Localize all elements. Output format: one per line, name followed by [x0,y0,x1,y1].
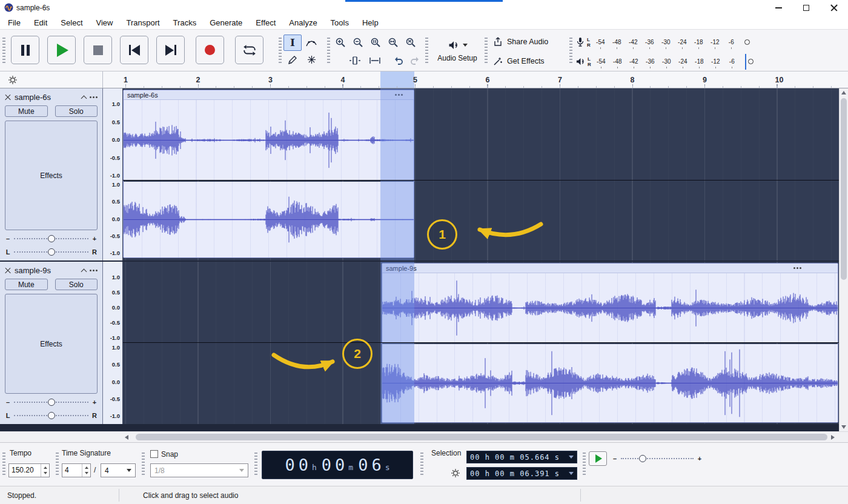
selection-end-input[interactable]: 00 h 00 m 06.391 s [466,467,577,480]
multi-tool-button[interactable] [302,51,320,68]
gain-slider-thumb[interactable] [48,399,55,406]
tempo-value[interactable]: 150.20 [9,464,41,477]
toolbar-grip[interactable] [583,453,586,477]
gain-slider-thumb[interactable] [48,235,55,242]
track-waveform-area[interactable]: sample-9s [123,262,839,424]
clip-menu-icon[interactable] [793,267,795,269]
record-button[interactable] [196,36,224,64]
menu-item[interactable]: File [1,16,27,29]
scroll-right-icon[interactable] [831,435,835,440]
undo-button[interactable] [391,53,406,68]
gain-slider[interactable] [14,238,88,239]
draw-tool-button[interactable] [283,51,302,68]
mute-button[interactable]: Mute [5,279,48,290]
recording-meter[interactable]: L R -54-48-42-36-30-24-18-12-6 [575,34,750,50]
beats-value[interactable]: 4 [62,464,82,477]
vertical-ruler[interactable]: 1.00.50.0-0.5-1.0 1.00.50.0-0.5-1.0 [103,88,123,260]
collapse-track-icon[interactable] [81,268,87,274]
menu-item[interactable]: Generate [203,16,249,29]
pause-button[interactable] [11,36,39,64]
silence-audio-button[interactable] [365,53,385,68]
toolbar-grip[interactable] [56,453,59,477]
skip-to-end-button[interactable] [156,36,185,64]
pan-slider[interactable] [14,251,88,253]
effects-button[interactable]: Effects [5,121,98,230]
close-track-icon[interactable] [5,94,11,100]
zoom-fit-project-button[interactable] [385,35,402,50]
audio-clip-sample-6s[interactable]: sample-6s [123,90,414,258]
toolbar-grip[interactable] [142,453,145,477]
menu-item[interactable]: Edit [27,16,54,29]
timeline-ruler[interactable]: 12345678910 [103,71,848,88]
beat-value-select[interactable]: 4 [101,463,136,477]
zoom-toggle-button[interactable] [402,35,419,50]
envelope-tool-button[interactable] [302,35,320,51]
track-waveform-area[interactable]: sample-6s [123,88,839,260]
play-at-speed-button[interactable] [589,451,607,466]
minimize-button[interactable] [764,0,792,16]
toolbar-grip[interactable] [2,38,5,64]
zoom-out-button[interactable] [349,35,366,50]
menu-item[interactable]: Tools [324,16,356,29]
tempo-input[interactable]: 150.20 [8,463,50,477]
play-speed-slider[interactable] [621,458,694,459]
vertical-scrollbar[interactable] [839,88,848,431]
toolbar-grip[interactable] [485,38,488,64]
toolbar-grip[interactable] [420,453,423,477]
selection-end-value[interactable]: 00 h 00 m 06.391 s [470,469,560,478]
redo-button[interactable] [407,53,423,68]
track-menu-icon[interactable] [90,96,91,98]
timeline-gear-icon[interactable] [8,75,18,85]
skip-to-start-button[interactable] [120,36,148,64]
solo-button[interactable]: Solo [55,279,98,290]
playback-meter[interactable]: L R -54-48-42-36-30-24-18-12-6 [575,53,754,70]
waveform-channel-left[interactable] [382,273,838,343]
scroll-down-icon[interactable] [841,425,846,429]
waveform-channel-right[interactable] [382,344,838,422]
pan-slider[interactable] [14,415,88,416]
collapse-track-icon[interactable] [81,95,87,101]
menu-item[interactable]: Tracks [167,16,204,29]
solo-button[interactable]: Solo [55,105,98,117]
selection-start-input[interactable]: 00 h 00 m 05.664 s [466,451,577,463]
track-menu-icon[interactable] [90,270,91,271]
tempo-spinner[interactable] [41,464,49,477]
toolbar-grip[interactable] [327,38,330,64]
audio-setup-button[interactable]: Audio Setup [431,33,483,68]
audio-position-display[interactable]: 00 h 00 m 06 s [262,451,413,479]
horizontal-scrollbar[interactable] [0,431,848,442]
waveform-channel-right[interactable] [124,182,414,257]
play-button[interactable] [47,36,76,64]
clip-header[interactable]: sample-9s [382,264,838,273]
beats-spinner[interactable] [82,464,90,477]
snap-select[interactable]: 1/8 [150,463,248,477]
zoom-in-button[interactable] [332,35,349,50]
effects-button[interactable]: Effects [5,294,98,394]
menu-item[interactable]: Select [54,16,89,29]
zoom-selection-button[interactable] [367,35,384,50]
close-button[interactable] [820,0,848,16]
selection-start-value[interactable]: 00 h 00 m 05.664 s [470,453,560,462]
scroll-up-icon[interactable] [841,91,846,94]
scroll-left-icon[interactable] [125,435,128,440]
vertical-scrollbar-thumb[interactable] [841,98,847,280]
menu-item[interactable]: Transport [119,16,166,29]
selection-gear-icon[interactable] [451,468,460,478]
loop-button[interactable] [235,36,263,64]
menu-item[interactable]: View [90,16,120,29]
menu-item[interactable]: Effect [249,16,282,29]
horizontal-scrollbar-thumb[interactable] [136,434,827,440]
pan-slider-thumb[interactable] [48,248,55,256]
get-effects-button[interactable]: Get Effects [488,53,553,68]
track-name[interactable]: sample-6s [15,93,78,102]
mute-button[interactable]: Mute [5,105,48,117]
position-seconds[interactable]: 06 [358,456,385,474]
snap-checkbox[interactable] [150,450,158,458]
toolbar-grip[interactable] [279,38,282,64]
gain-slider[interactable] [14,402,88,403]
trim-audio-button[interactable] [345,53,365,68]
maximize-button[interactable] [792,0,820,16]
clip-header[interactable]: sample-6s [124,90,414,100]
selection-tool-button[interactable]: I [283,35,302,51]
share-audio-button[interactable]: Share Audio [488,34,553,49]
